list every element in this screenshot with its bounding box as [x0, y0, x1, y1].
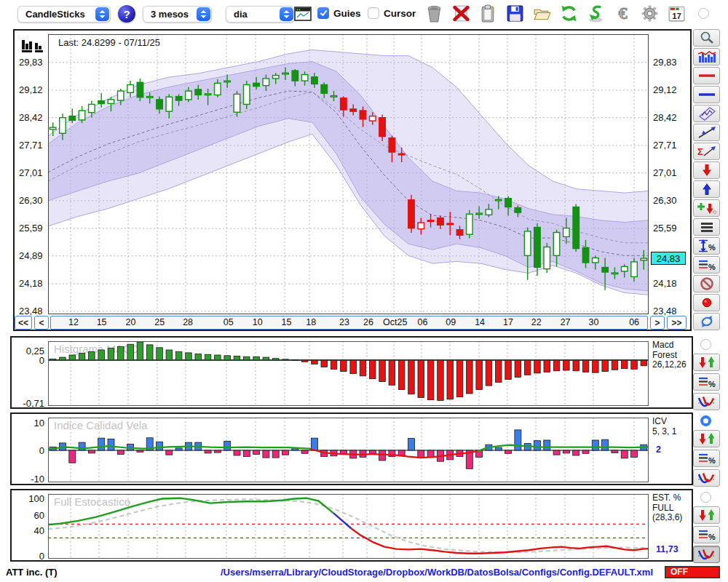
est-curves-button[interactable]	[693, 546, 720, 563]
svg-text:€: €	[619, 4, 628, 23]
indicator-chart-tool-button[interactable]	[693, 48, 720, 65]
macd-params-label: Macd Forest 26,12,26	[652, 340, 687, 370]
sync-tool-button[interactable]	[693, 313, 720, 330]
candlestick-chart[interactable]	[48, 34, 649, 314]
date-tick-label: 15	[97, 317, 107, 327]
forbid-tool-button[interactable]	[693, 275, 720, 292]
date-tick-label: 09	[446, 317, 456, 327]
svg-text:%: %	[708, 263, 716, 271]
date-tick-label: 06	[418, 317, 428, 327]
euro-icon[interactable]: €	[613, 4, 633, 23]
macd-histogram-chart[interactable]	[48, 341, 649, 406]
date-tick-label: 10	[253, 317, 263, 327]
price-axis-label: 26,30	[653, 195, 689, 207]
svg-text:%: %	[708, 456, 716, 465]
toolbar: CandleSticks ? 3 mesos dia Guies	[0, 0, 728, 28]
price-axis-label: 24,18	[19, 278, 48, 290]
icv-curves-button[interactable]	[693, 469, 720, 487]
up-arrow-tool-button[interactable]	[693, 180, 720, 198]
icv-bar-chart[interactable]	[48, 418, 649, 482]
sum-trend-tool-button[interactable]: Σ	[693, 143, 720, 160]
macd-arrows-button[interactable]	[693, 354, 720, 371]
period-select[interactable]: 3 mesos	[143, 6, 212, 23]
date-tick-label: 12	[68, 317, 79, 327]
svg-text:17: 17	[672, 12, 681, 20]
stochastic-panel: Full Estocastico 10060400 EST. % FULL (2…	[10, 489, 693, 562]
status-bar: ATT inc. (T) /Users/mserra/Library/Cloud…	[0, 563, 728, 582]
scroll-far-left-button[interactable]: <<	[15, 316, 32, 330]
measure-percent-tool-button[interactable]: %	[693, 237, 720, 255]
lines-percent-icon: %	[696, 375, 718, 389]
stochastic-line-chart[interactable]	[48, 494, 649, 559]
lines-percent-icon: %	[696, 451, 718, 466]
macd-lines-percent-button[interactable]: %	[693, 373, 720, 391]
date-tick-label: 20	[125, 317, 135, 327]
down-arrow-icon	[696, 163, 718, 178]
help-icon[interactable]: ?	[118, 5, 135, 23]
price-axis-label: 24,89	[19, 250, 48, 262]
guies-checkbox[interactable]: Guies	[317, 7, 361, 19]
macd-curves-button[interactable]	[693, 393, 720, 410]
chart-window-icon[interactable]	[294, 7, 312, 21]
chart-type-select[interactable]: CandleSticks	[17, 6, 111, 23]
up-arrow-icon	[696, 182, 718, 196]
delete-icon[interactable]	[451, 4, 471, 23]
red-hline-tool-button[interactable]	[693, 67, 720, 84]
settings-icon[interactable]	[640, 4, 660, 23]
icv-arrows-button[interactable]	[693, 430, 720, 447]
est-radio[interactable]	[700, 492, 711, 503]
channel-tool-button[interactable]	[693, 105, 720, 122]
entry-exit-tool-button[interactable]	[693, 199, 720, 217]
histogram-mini-icon[interactable]	[21, 37, 47, 55]
trendline-tool-button[interactable]	[693, 124, 720, 141]
scroll-far-right-button[interactable]: >>	[667, 316, 687, 330]
arrows-updown-icon	[696, 508, 718, 522]
icv-params-label: ICV 5, 3, 1	[652, 417, 676, 436]
icv-lines-percent-button[interactable]: %	[693, 450, 720, 467]
save-icon[interactable]	[505, 4, 525, 23]
channel-icon	[696, 106, 718, 121]
date-tick-label: 28	[183, 317, 193, 327]
price-axis-label: 25,59	[19, 223, 48, 234]
toolbar-radio[interactable]	[698, 8, 709, 19]
svg-text:%: %	[708, 533, 716, 541]
down-arrow-tool-button[interactable]	[693, 162, 720, 179]
sum-trend-icon: Σ	[696, 144, 718, 159]
calendar-icon[interactable]: 17	[667, 4, 687, 23]
paste-icon[interactable]	[478, 4, 498, 23]
list-tool-button[interactable]	[693, 218, 720, 236]
macd-panel: Histgrama MACD 0,250-0,71 Macd Forest 26…	[10, 336, 693, 409]
blue-hline-tool-button[interactable]	[693, 86, 720, 103]
price-axis-label: 28,42	[653, 112, 689, 124]
cursor-checkbox[interactable]: Cursor	[368, 7, 416, 19]
scroll-right-button[interactable]: >	[650, 316, 665, 330]
est-lines-percent-button[interactable]: %	[693, 526, 720, 543]
chevron-updown-icon	[197, 7, 210, 21]
off-button[interactable]: OFF	[665, 566, 720, 578]
interval-select[interactable]: dia	[226, 6, 295, 23]
macd-radio[interactable]	[700, 339, 711, 350]
lines-percent-tool-button[interactable]: %	[693, 256, 720, 274]
current-price-tag: 24,83	[651, 252, 686, 265]
stochastic-current-value: 11,73	[656, 544, 678, 554]
price-axis-label: 26,30	[19, 195, 48, 207]
date-tick-label: 18	[306, 317, 316, 327]
red-hline-icon	[696, 68, 718, 83]
trash-icon[interactable]	[424, 4, 444, 23]
price-axis-label: 25,59	[653, 223, 689, 234]
curves-icon	[696, 394, 718, 409]
record-tool-button[interactable]	[693, 294, 720, 311]
open-folder-icon[interactable]	[532, 4, 552, 23]
update-icon[interactable]	[586, 4, 606, 23]
icv-current-value: 2	[656, 445, 661, 455]
zoom-tool-button[interactable]	[693, 29, 720, 47]
refresh-icon[interactable]	[559, 4, 579, 23]
config-path-label[interactable]: /Users/mserra/Library/CloudStorage/Dropb…	[221, 567, 653, 578]
lines-percent-icon: %	[696, 258, 718, 272]
icv-radio[interactable]	[700, 415, 711, 426]
date-strip[interactable]: 1215202528051015182326Oct250609141722273…	[50, 316, 648, 330]
scroll-left-button[interactable]: <	[34, 316, 49, 330]
chevron-updown-icon	[95, 7, 109, 21]
est-arrows-button[interactable]	[693, 506, 720, 524]
icv-axis-label: 10	[13, 418, 44, 428]
